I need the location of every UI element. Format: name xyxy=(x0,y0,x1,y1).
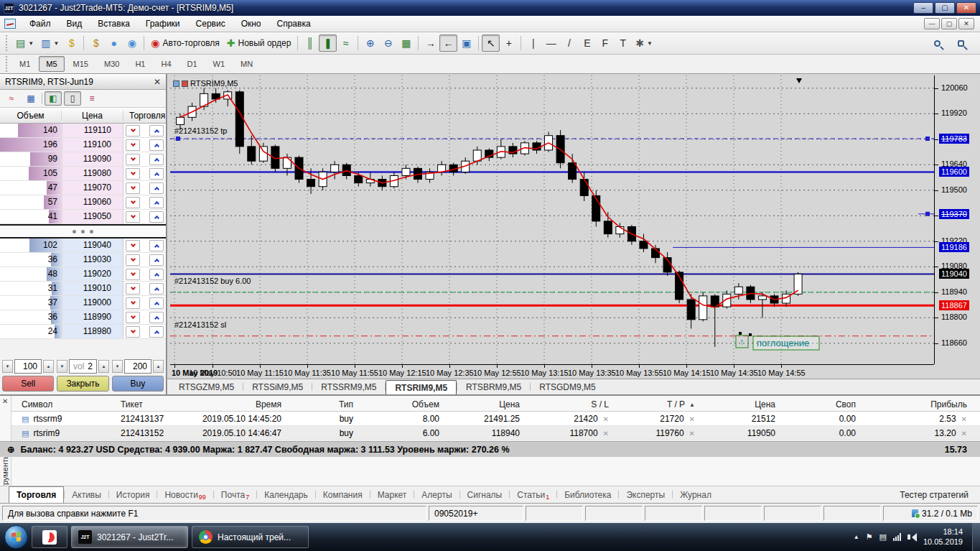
payments-button[interactable]: $ xyxy=(87,34,105,52)
text-button[interactable]: T xyxy=(614,34,632,52)
profiles-button[interactable]: ▥▼ xyxy=(37,34,62,52)
deposit-button[interactable]: $ xyxy=(62,34,80,52)
dom-sell-button[interactable] xyxy=(126,154,140,165)
dom-sell-button[interactable] xyxy=(126,240,140,251)
volume-icon[interactable] xyxy=(907,533,917,542)
chart-tab-RTSBRM9,M5[interactable]: RTSBRM9,M5 xyxy=(457,379,530,394)
new-chart-button[interactable]: ▤▼ xyxy=(12,34,37,52)
toolbox-tab-Эксперты[interactable]: Эксперты xyxy=(619,486,672,503)
timeframe-M1[interactable]: M1 xyxy=(12,56,37,72)
timeframe-H4[interactable]: H4 xyxy=(154,56,178,72)
dom-buy-button[interactable] xyxy=(149,168,164,180)
toolbox-tab-Активы[interactable]: Активы xyxy=(65,486,108,503)
chart-shift-button[interactable]: ← xyxy=(439,34,457,52)
dom-sell-button[interactable] xyxy=(126,312,140,323)
dom-buy-button[interactable] xyxy=(149,254,164,266)
one-click-icon[interactable]: ◧ xyxy=(45,91,62,106)
taskbar-clock[interactable]: 18:14 10.05.2019 xyxy=(923,527,966,547)
vertical-line-button[interactable]: | xyxy=(524,34,542,52)
dom-buy-button[interactable] xyxy=(149,197,164,208)
column-header-Время[interactable]: Время xyxy=(195,397,294,412)
auto-trading-button[interactable]: ◉Авто-торговля xyxy=(147,34,223,52)
column-header-Цена[interactable]: Цена xyxy=(708,397,788,412)
timeframe-H1[interactable]: H1 xyxy=(128,56,152,72)
menu-Окно[interactable]: Окно xyxy=(233,17,269,31)
close-button[interactable]: ✕ xyxy=(956,2,976,14)
stepper-up-button[interactable]: ▲ xyxy=(98,360,109,373)
column-header-Тикет[interactable]: Тикет xyxy=(111,397,195,412)
toolbox-tab-Сигналы[interactable]: Сигналы xyxy=(460,486,510,503)
taskbar-window-j2t[interactable]: J2T3021267 - Just2Tr... xyxy=(71,526,188,548)
stepper-down-button[interactable]: ▼ xyxy=(57,360,67,373)
taskbar-window-chrome[interactable]: Настоящий трей... xyxy=(192,526,309,548)
dom-view-icon[interactable]: ▯ xyxy=(64,91,81,106)
dom-sell-button[interactable] xyxy=(126,326,140,338)
channels-button[interactable]: E xyxy=(578,34,596,52)
menu-Графики[interactable]: Графики xyxy=(138,17,188,31)
taskbar-pinned-app-button[interactable] xyxy=(32,526,67,548)
strategy-tester-label[interactable]: Тестер стратегий xyxy=(900,486,980,503)
column-header-S / L[interactable]: S / L xyxy=(533,397,622,412)
show-desktop-button[interactable] xyxy=(972,523,980,551)
column-header-Своп[interactable]: Своп xyxy=(788,397,869,412)
expand-icon[interactable]: ⊕ xyxy=(7,444,14,455)
menu-Справка[interactable]: Справка xyxy=(269,17,319,31)
dom-sell-button[interactable] xyxy=(126,182,140,194)
chart-tab-RTSSiM9,M5[interactable]: RTSSiM9,M5 xyxy=(243,379,312,394)
timeframe-MN[interactable]: MN xyxy=(233,56,260,72)
buy-button[interactable]: Buy xyxy=(112,376,164,392)
timeframe-W1[interactable]: W1 xyxy=(206,56,233,72)
chart-tab-RTSGZM9,M5[interactable]: RTSGZM9,M5 xyxy=(170,379,243,394)
signals-button[interactable]: ◉ xyxy=(123,34,141,52)
time-axis[interactable]: 10 May 201910 May 10:5010 May 11:1510 Ma… xyxy=(170,364,934,379)
menu-Вид[interactable]: Вид xyxy=(59,17,90,31)
zoom-in-button[interactable]: ⊕ xyxy=(361,34,379,52)
dom-sell-button[interactable] xyxy=(126,269,140,280)
shapes-button[interactable]: ✱▼ xyxy=(632,34,656,52)
price-chart[interactable]: #212413152 tp#212413152 buy 6.00#2124131… xyxy=(170,75,934,364)
toolbar-grip[interactable] xyxy=(6,35,9,51)
dom-buy-button[interactable] xyxy=(149,139,164,151)
clipboard-icon[interactable]: ▤ xyxy=(879,532,887,542)
dom-sell-button[interactable] xyxy=(126,254,140,266)
child-minimize-button[interactable]: — xyxy=(924,18,940,29)
dom-buy-button[interactable] xyxy=(149,211,164,223)
timeframe-M15[interactable]: M15 xyxy=(66,56,95,72)
dom-sell-button[interactable] xyxy=(126,197,140,208)
horizontal-line-button[interactable]: — xyxy=(542,34,560,52)
crosshair-button[interactable]: + xyxy=(500,34,518,52)
dom-buy-button[interactable] xyxy=(149,297,164,309)
column-header-Объем[interactable]: Объем xyxy=(366,397,452,412)
toolbox-tab-История[interactable]: История xyxy=(109,486,157,503)
line-chart-button[interactable]: ≈ xyxy=(337,34,355,52)
bars-chart-button[interactable]: ║ xyxy=(301,34,319,52)
dom-buy-button[interactable] xyxy=(149,154,164,165)
community-button[interactable]: ● xyxy=(105,34,123,52)
toolbox-tab-Журнал[interactable]: Журнал xyxy=(673,486,719,503)
child-restore-button[interactable]: ▢ xyxy=(941,18,957,29)
column-header-Прибыль[interactable]: Прибыль xyxy=(869,397,980,412)
toolbox-tab-Маркет[interactable]: Маркет xyxy=(370,486,414,503)
column-header-T / P[interactable]: T / P▲ xyxy=(622,397,708,412)
dom-sell-button[interactable] xyxy=(126,168,140,180)
auto-scroll-button[interactable]: → xyxy=(421,34,439,52)
stepper-up-button[interactable]: ▲ xyxy=(43,360,54,373)
new-order-button[interactable]: ✚Новый ордер xyxy=(223,34,295,52)
dom-buy-button[interactable] xyxy=(149,182,164,194)
timeframe-M30[interactable]: M30 xyxy=(97,56,126,72)
dom-buy-button[interactable] xyxy=(149,240,164,251)
minimize-button[interactable]: – xyxy=(913,2,933,14)
save-template-button[interactable]: ▣ xyxy=(457,34,475,52)
menu-Файл[interactable]: Файл xyxy=(22,17,59,31)
dom-sell-button[interactable] xyxy=(126,139,140,151)
trend-line-button[interactable]: / xyxy=(560,34,578,52)
toolbox-tab-Почта[interactable]: Почта7 xyxy=(214,486,256,503)
chart-tab-RTSRIM9,M5[interactable]: RTSRIM9,M5 xyxy=(386,380,457,394)
timeframe-grip[interactable] xyxy=(6,56,9,72)
remove-sl-icon[interactable]: ✕ xyxy=(603,415,609,423)
dom-sell-button[interactable] xyxy=(126,297,140,309)
stepper-down-button[interactable]: ▼ xyxy=(2,360,13,373)
stepper-down-button[interactable]: ▼ xyxy=(112,360,123,373)
menu-Вставка[interactable]: Вставка xyxy=(90,17,138,31)
dom-buy-button[interactable] xyxy=(149,312,164,323)
